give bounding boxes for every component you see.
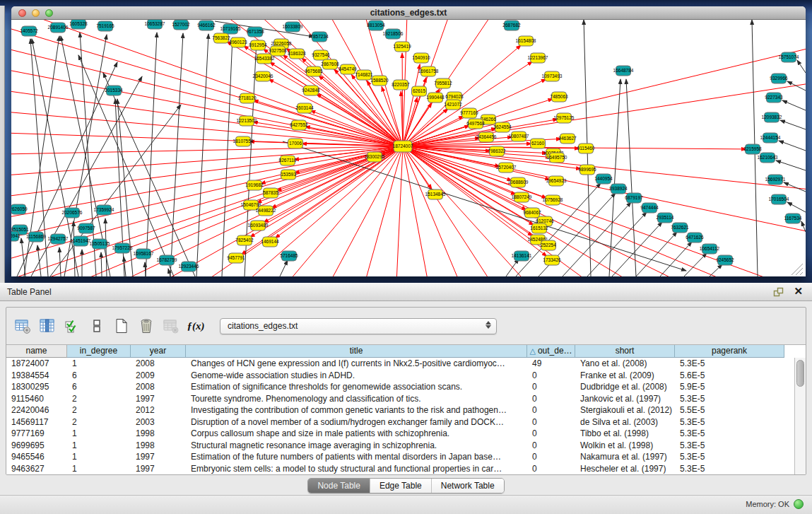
graph-node[interactable]: 10688609 — [508, 177, 529, 187]
graph-node[interactable]: 1167534 — [784, 214, 802, 223]
graph-node[interactable]: 8267110 — [279, 156, 297, 165]
graph-node[interactable]: 14498222 — [256, 206, 276, 216]
graph-edge[interactable] — [776, 160, 806, 170]
graph-edge[interactable] — [626, 79, 636, 276]
graph-node[interactable]: 8938924 — [609, 184, 628, 194]
table-vertical-scrollbar[interactable] — [794, 358, 806, 474]
graph-node[interactable]: 8215958 — [743, 144, 762, 154]
graph-node[interactable]: 3624554 — [493, 122, 512, 132]
graph-node[interactable]: 10973493 — [542, 71, 563, 81]
graph-node[interactable]: 16154808 — [516, 36, 536, 46]
graph-node[interactable]: 8186328 — [288, 49, 306, 59]
float-window-icon[interactable] — [773, 287, 784, 298]
graph-node[interactable]: 62615 — [412, 86, 427, 96]
graph-node[interactable]: 15751074 — [779, 52, 799, 62]
graph-node[interactable]: 7857234 — [310, 32, 329, 42]
graph-node[interactable]: 10756928 — [543, 195, 563, 205]
graph-node[interactable]: 1540910 — [412, 53, 430, 63]
graph-edge[interactable] — [787, 81, 806, 90]
graph-node[interactable]: 16093489 — [248, 221, 269, 230]
graph-edge[interactable] — [11, 146, 403, 154]
graph-node[interactable]: 16782759 — [157, 255, 177, 265]
graph-node[interactable]: 1588520 — [370, 76, 389, 86]
graph-node[interactable]: 15692971 — [765, 175, 786, 185]
graph-node[interactable]: 1469144 — [261, 237, 279, 247]
graph-node[interactable]: 12093832 — [762, 112, 782, 122]
graph-node[interactable]: 12923446 — [179, 262, 199, 271]
graph-node[interactable]: 8912954 — [249, 40, 267, 50]
graph-node[interactable]: 6471626 — [686, 233, 704, 243]
graph-edge[interactable] — [796, 268, 803, 275]
graph-edge[interactable] — [310, 110, 403, 146]
graph-node[interactable]: 11451947 — [71, 236, 91, 246]
graph-node[interactable]: 7825402 — [235, 235, 254, 245]
graph-node[interactable]: 17957223 — [112, 243, 133, 253]
tab-edge-table[interactable]: Edge Table — [370, 479, 432, 493]
graph-node[interactable]: 17359924 — [94, 205, 114, 215]
graph-edge[interactable] — [170, 33, 183, 276]
graph-node[interactable]: 12213503 — [237, 116, 257, 126]
graph-edge[interactable] — [11, 20, 403, 146]
graph-node[interactable]: 19218506 — [383, 29, 404, 39]
graph-node[interactable]: 12444154 — [760, 133, 781, 143]
graph-node[interactable]: 12942757 — [48, 234, 69, 244]
graph-node[interactable]: 16495750 — [547, 153, 567, 163]
close-icon[interactable]: ✕ — [794, 285, 803, 298]
graph-node[interactable]: 7519165 — [96, 21, 114, 31]
table-row[interactable]: 969969511998Structural magnetic resonanc… — [6, 440, 794, 452]
graph-node[interactable]: 8454749 — [339, 64, 357, 74]
graph-edge[interactable] — [196, 34, 208, 276]
column-header-year[interactable]: year — [131, 345, 186, 358]
graph-node[interactable]: 587835 — [263, 188, 278, 198]
graph-edge[interactable] — [11, 90, 403, 146]
graph-node[interactable]: 9671358 — [246, 27, 264, 37]
table-row[interactable]: 1938455462009Genome-wide association stu… — [6, 370, 794, 382]
graph-edge[interactable] — [787, 202, 806, 212]
graph-node[interactable]: 20206576 — [62, 208, 83, 218]
column-header-title[interactable]: title — [186, 345, 527, 358]
graph-node[interactable]: 1440954 — [594, 174, 613, 184]
graph-node[interactable]: 9329966 — [770, 74, 788, 83]
graph-node[interactable]: 18807249 — [512, 192, 532, 202]
table-row[interactable]: 911546021997Tourette syndrome. Phenomeno… — [6, 393, 794, 405]
table-row[interactable]: 1456911722003Disruption of a novel membe… — [6, 416, 794, 428]
graph-node[interactable]: 2603144 — [295, 103, 314, 113]
graph-node[interactable]: 15720407 — [496, 163, 517, 173]
graph-node[interactable]: 1615132 — [530, 223, 548, 233]
table-row[interactable]: 977716911998Corpus callosum shape and si… — [6, 428, 794, 440]
graph-node[interactable]: 5716485 — [280, 251, 298, 261]
graph-node[interactable]: 9463627 — [558, 134, 577, 144]
table-row[interactable]: 946362711997Embryonic stem cells: a mode… — [6, 463, 794, 475]
graph-node[interactable]: 8960123 — [229, 37, 247, 47]
table-row[interactable]: 946554611997Estimation of the future num… — [6, 451, 794, 463]
table-row[interactable]: 2242004622012Investigating the contribut… — [6, 404, 794, 416]
graph-node[interactable]: 62160 — [531, 139, 546, 148]
graph-node[interactable]: 8427552 — [290, 120, 308, 130]
table-selector-dropdown[interactable]: citations_edges.txt — [220, 318, 497, 334]
graph-node[interactable]: 9097587 — [77, 223, 95, 233]
graph-node[interactable]: 6497568 — [466, 119, 485, 129]
graph-node[interactable]: 18724007 — [393, 141, 413, 152]
graph-edge[interactable] — [11, 146, 403, 218]
graph-node[interactable]: 1325419 — [393, 42, 411, 52]
graph-edge[interactable] — [710, 264, 722, 276]
graph-node[interactable]: 1990448 — [426, 93, 445, 103]
graph-node[interactable]: 9245652 — [716, 255, 734, 265]
graph-node[interactable]: 1919682 — [245, 180, 264, 190]
graph-node[interactable]: 9899695 — [578, 165, 596, 175]
graph-edge[interactable] — [367, 81, 403, 146]
graph-node[interactable]: 9684067 — [523, 208, 541, 218]
window-titlebar[interactable]: citations_edges.txt — [11, 6, 806, 20]
graph-node[interactable]: 1421072 — [444, 100, 462, 110]
graph-node[interactable]: 12213967 — [528, 53, 548, 63]
graph-node[interactable]: 8813054 — [367, 21, 385, 30]
graph-node[interactable]: 2626059 — [11, 204, 28, 214]
graph-edge[interactable] — [782, 100, 806, 110]
table-mode-icon[interactable] — [12, 315, 33, 337]
graph-node[interactable]: 16033809 — [283, 22, 303, 32]
graph-edge[interactable] — [780, 120, 806, 129]
graph-node[interactable]: 7955812 — [434, 78, 452, 88]
graph-node[interactable]: 13505135 — [90, 239, 110, 249]
graph-node[interactable]: 16543382 — [254, 54, 275, 64]
graph-edge[interactable] — [779, 141, 806, 151]
